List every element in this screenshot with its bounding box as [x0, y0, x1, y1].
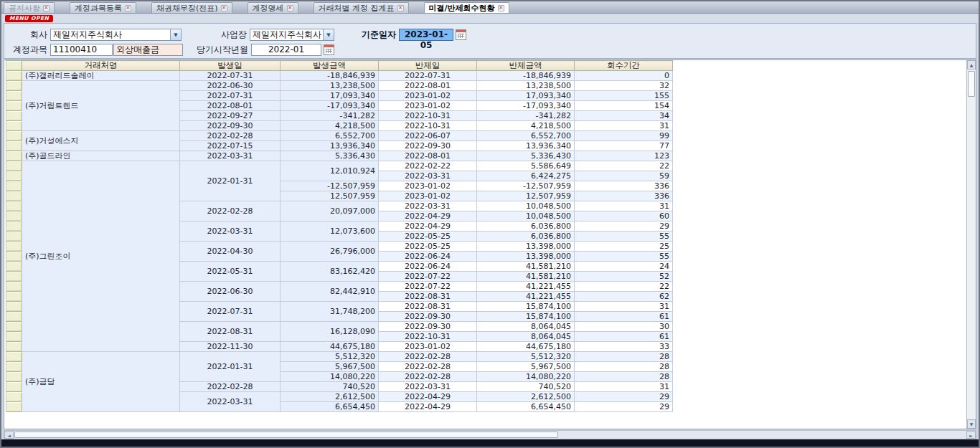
customer-cell[interactable]: (주)거림트렌드 — [22, 81, 180, 131]
settle-date-cell[interactable]: 2022-02-28 — [379, 362, 477, 372]
column-header[interactable]: 반제금액 — [477, 61, 575, 71]
settle-date-cell[interactable]: 2023-01-02 — [379, 181, 477, 191]
collect-days-cell[interactable]: 31 — [575, 121, 673, 131]
row-indicator[interactable] — [6, 232, 22, 242]
scroll-right-icon[interactable]: ► — [966, 431, 976, 439]
collect-days-cell[interactable]: 31 — [575, 302, 673, 312]
chevron-down-icon[interactable]: ▼ — [170, 29, 181, 40]
grid-corner-cell[interactable] — [6, 61, 22, 71]
settle-amount-cell[interactable]: -18,846,939 — [477, 71, 575, 81]
settle-date-cell[interactable]: 2022-10-31 — [379, 332, 477, 342]
occur-amount-cell[interactable]: 26,796,000 — [281, 242, 379, 262]
row-indicator[interactable] — [6, 221, 22, 232]
vertical-scrollbar[interactable]: ▲ ▼ — [966, 60, 976, 429]
collect-days-cell[interactable]: 31 — [575, 382, 673, 392]
occur-amount-cell[interactable]: 13,936,340 — [281, 141, 379, 151]
occur-amount-cell[interactable]: 6,654,450 — [281, 402, 379, 412]
occur-amount-cell[interactable]: -18,846,939 — [281, 71, 379, 81]
row-indicator[interactable] — [6, 332, 22, 342]
row-indicator[interactable] — [6, 91, 22, 101]
settle-amount-cell[interactable]: 6,036,800 — [477, 221, 575, 232]
occur-date-cell[interactable]: 2022-06-30 — [180, 81, 281, 91]
calendar-icon[interactable] — [456, 29, 466, 40]
row-indicator[interactable] — [6, 171, 22, 181]
occur-amount-cell[interactable]: 6,552,700 — [281, 131, 379, 141]
scroll-down-icon[interactable]: ▼ — [967, 419, 976, 429]
row-indicator[interactable] — [6, 101, 22, 111]
customer-cell[interactable]: (주)거성에스지 — [22, 131, 180, 151]
settle-amount-cell[interactable]: 8,064,045 — [477, 332, 575, 342]
settle-amount-cell[interactable]: 5,586,649 — [477, 161, 575, 171]
row-indicator[interactable] — [6, 322, 22, 332]
collect-days-cell[interactable]: 34 — [575, 111, 673, 121]
tab-close-icon[interactable]: ✕ — [498, 5, 504, 11]
row-indicator[interactable] — [6, 392, 22, 402]
settle-date-cell[interactable]: 2022-05-25 — [379, 242, 477, 252]
settle-date-cell[interactable]: 2022-08-31 — [379, 302, 477, 312]
collect-days-cell[interactable]: 0 — [575, 71, 673, 81]
row-indicator[interactable] — [6, 402, 22, 412]
occur-date-cell[interactable]: 2022-11-30 — [180, 342, 281, 352]
row-indicator[interactable] — [6, 292, 22, 302]
settle-date-cell[interactable]: 2022-04-29 — [379, 211, 477, 221]
row-indicator[interactable] — [6, 252, 22, 262]
occur-amount-cell[interactable]: 31,748,200 — [281, 302, 379, 322]
settle-date-cell[interactable]: 2022-04-29 — [379, 221, 477, 232]
settle-date-cell[interactable]: 2022-04-29 — [379, 392, 477, 402]
tab-item[interactable]: 계정명세✕ — [248, 2, 298, 13]
column-header[interactable]: 반제일 — [379, 61, 477, 71]
settle-date-cell[interactable]: 2022-03-31 — [379, 201, 477, 211]
collect-days-cell[interactable]: 55 — [575, 232, 673, 242]
collect-days-cell[interactable]: 123 — [575, 151, 673, 161]
settle-amount-cell[interactable]: 13,936,340 — [477, 141, 575, 151]
collect-days-cell[interactable]: 336 — [575, 191, 673, 201]
company-select[interactable]: 제일저지주식회사 ▼ — [50, 29, 182, 41]
settle-amount-cell[interactable]: 5,336,430 — [477, 151, 575, 161]
base-date-input[interactable]: 2023-01-05 — [399, 29, 453, 41]
collect-days-cell[interactable]: 59 — [575, 171, 673, 181]
settle-date-cell[interactable]: 2022-10-31 — [379, 121, 477, 131]
settle-amount-cell[interactable]: 41,581,210 — [477, 262, 575, 272]
occur-date-cell[interactable]: 2022-07-15 — [180, 141, 281, 151]
occur-amount-cell[interactable]: -17,093,340 — [281, 101, 379, 111]
tab-item[interactable]: 공지사항✕ — [4, 2, 55, 13]
tab-close-icon[interactable]: ✕ — [397, 5, 404, 11]
occur-amount-cell[interactable]: 44,675,180 — [281, 342, 379, 352]
occur-amount-cell[interactable]: -12,507,959 — [281, 181, 379, 191]
row-indicator[interactable] — [6, 191, 22, 201]
occur-date-cell[interactable]: 2022-09-27 — [180, 111, 281, 121]
row-indicator[interactable] — [6, 312, 22, 322]
settle-date-cell[interactable]: 2022-05-25 — [379, 232, 477, 242]
settle-amount-cell[interactable]: 15,874,100 — [477, 302, 575, 312]
occur-amount-cell[interactable]: 82,442,910 — [281, 282, 379, 302]
settle-amount-cell[interactable]: 5,512,320 — [477, 352, 575, 362]
row-indicator[interactable] — [6, 342, 22, 352]
site-select[interactable]: 제일저지주식회사 ▼ — [250, 29, 334, 41]
occur-date-cell[interactable]: 2022-08-31 — [180, 322, 281, 342]
settle-amount-cell[interactable]: 10,048,500 — [477, 201, 575, 211]
row-indicator[interactable] — [6, 262, 22, 272]
occur-amount-cell[interactable]: 5,512,320 — [281, 352, 379, 362]
settle-amount-cell[interactable]: 2,612,500 — [477, 392, 575, 402]
horizontal-scrollbar[interactable]: ◄ ► — [4, 430, 976, 439]
collect-days-cell[interactable]: 155 — [575, 91, 673, 101]
settle-amount-cell[interactable]: -12,507,959 — [477, 181, 575, 191]
occur-date-cell[interactable]: 2022-08-01 — [180, 101, 281, 111]
settle-amount-cell[interactable]: 41,581,210 — [477, 272, 575, 282]
collect-days-cell[interactable]: 61 — [575, 332, 673, 342]
customer-cell[interactable]: (주)그린조이 — [22, 161, 180, 352]
settle-date-cell[interactable]: 2022-06-07 — [379, 131, 477, 141]
settle-date-cell[interactable]: 2022-08-01 — [379, 81, 477, 91]
collect-days-cell[interactable]: 52 — [575, 272, 673, 282]
settle-date-cell[interactable]: 2022-09-30 — [379, 141, 477, 151]
occur-date-cell[interactable]: 2022-01-31 — [180, 352, 281, 382]
settle-amount-cell[interactable]: 41,221,455 — [477, 292, 575, 302]
occur-amount-cell[interactable]: 16,128,090 — [281, 322, 379, 342]
row-indicator[interactable] — [6, 151, 22, 161]
collect-days-cell[interactable]: 28 — [575, 362, 673, 372]
tab-close-icon[interactable]: ✕ — [221, 5, 227, 11]
row-indicator[interactable] — [6, 201, 22, 211]
settle-amount-cell[interactable]: 44,675,180 — [477, 342, 575, 352]
settle-date-cell[interactable]: 2022-08-31 — [379, 292, 477, 302]
account-name-input[interactable]: 외상매출금 — [113, 44, 183, 56]
